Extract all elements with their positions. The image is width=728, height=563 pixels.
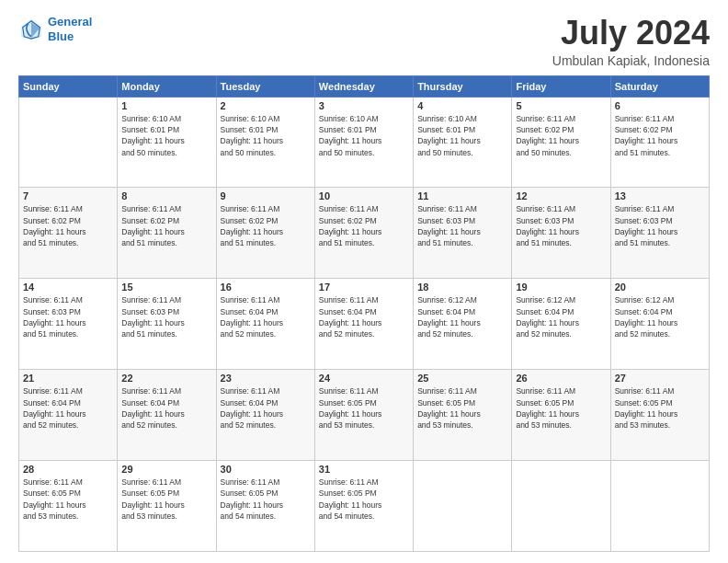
day-number: 25 [417, 373, 507, 384]
calendar-day-cell: 14Sunrise: 6:11 AM Sunset: 6:03 PM Dayli… [19, 279, 118, 370]
calendar-day-cell: 1Sunrise: 6:10 AM Sunset: 6:01 PM Daylig… [118, 97, 216, 188]
day-number: 13 [615, 190, 705, 201]
calendar-day-cell: 21Sunrise: 6:11 AM Sunset: 6:04 PM Dayli… [19, 370, 118, 461]
day-detail: Sunrise: 6:11 AM Sunset: 6:05 PM Dayligh… [417, 385, 507, 431]
day-number: 21 [23, 373, 113, 384]
day-number: 22 [121, 373, 211, 384]
day-detail: Sunrise: 6:11 AM Sunset: 6:02 PM Dayligh… [319, 203, 409, 248]
day-number: 6 [615, 100, 705, 111]
calendar-day-cell: 25Sunrise: 6:11 AM Sunset: 6:05 PM Dayli… [414, 370, 512, 461]
day-number: 16 [221, 282, 311, 293]
day-number: 10 [319, 190, 409, 201]
day-number: 15 [121, 282, 211, 293]
calendar-day-cell: 10Sunrise: 6:11 AM Sunset: 6:02 PM Dayli… [314, 188, 413, 279]
calendar-week-row: 7Sunrise: 6:11 AM Sunset: 6:02 PM Daylig… [19, 188, 710, 279]
calendar-day-cell [512, 461, 610, 552]
calendar-day-cell: 22Sunrise: 6:11 AM Sunset: 6:04 PM Dayli… [118, 370, 216, 461]
calendar-day-header: Sunday [19, 75, 118, 97]
day-number: 3 [319, 100, 409, 111]
day-detail: Sunrise: 6:11 AM Sunset: 6:05 PM Dayligh… [615, 385, 705, 431]
day-number: 2 [221, 100, 311, 111]
day-detail: Sunrise: 6:11 AM Sunset: 6:04 PM Dayligh… [221, 385, 311, 431]
day-detail: Sunrise: 6:11 AM Sunset: 6:03 PM Dayligh… [121, 294, 211, 339]
day-detail: Sunrise: 6:11 AM Sunset: 6:02 PM Dayligh… [121, 203, 211, 248]
day-detail: Sunrise: 6:11 AM Sunset: 6:05 PM Dayligh… [23, 477, 113, 522]
calendar-day-header: Monday [118, 75, 216, 97]
logo-text: General Blue [48, 15, 92, 43]
day-detail: Sunrise: 6:10 AM Sunset: 6:01 PM Dayligh… [417, 113, 507, 158]
calendar-day-cell: 30Sunrise: 6:11 AM Sunset: 6:05 PM Dayli… [216, 461, 314, 552]
header: General Blue July 2024 Umbulan Kapiak, I… [18, 15, 710, 68]
calendar-header-row: SundayMondayTuesdayWednesdayThursdayFrid… [19, 75, 710, 97]
day-number: 26 [516, 373, 606, 384]
calendar-week-row: 28Sunrise: 6:11 AM Sunset: 6:05 PM Dayli… [19, 461, 710, 552]
calendar-day-header: Tuesday [216, 75, 314, 97]
day-detail: Sunrise: 6:11 AM Sunset: 6:05 PM Dayligh… [319, 477, 409, 522]
day-number: 5 [516, 100, 606, 111]
day-number: 12 [516, 190, 606, 201]
calendar-day-cell: 23Sunrise: 6:11 AM Sunset: 6:04 PM Dayli… [216, 370, 314, 461]
day-detail: Sunrise: 6:11 AM Sunset: 6:02 PM Dayligh… [221, 203, 311, 248]
page: General Blue July 2024 Umbulan Kapiak, I… [0, 0, 728, 563]
day-detail: Sunrise: 6:10 AM Sunset: 6:01 PM Dayligh… [121, 113, 211, 158]
day-detail: Sunrise: 6:10 AM Sunset: 6:01 PM Dayligh… [319, 113, 409, 158]
calendar-day-cell: 29Sunrise: 6:11 AM Sunset: 6:05 PM Dayli… [118, 461, 216, 552]
day-number: 18 [417, 282, 507, 293]
calendar-day-header: Friday [512, 75, 610, 97]
day-detail: Sunrise: 6:11 AM Sunset: 6:05 PM Dayligh… [319, 385, 409, 431]
calendar-day-cell [19, 97, 118, 188]
calendar-day-cell: 6Sunrise: 6:11 AM Sunset: 6:02 PM Daylig… [610, 97, 709, 188]
day-number: 20 [615, 282, 705, 293]
calendar-day-cell: 3Sunrise: 6:10 AM Sunset: 6:01 PM Daylig… [314, 97, 413, 188]
calendar-day-header: Thursday [414, 75, 512, 97]
day-number: 4 [417, 100, 507, 111]
day-number: 17 [319, 282, 409, 293]
day-detail: Sunrise: 6:11 AM Sunset: 6:03 PM Dayligh… [615, 203, 705, 248]
calendar-day-cell: 18Sunrise: 6:12 AM Sunset: 6:04 PM Dayli… [414, 279, 512, 370]
day-number: 28 [23, 464, 113, 475]
calendar-day-cell: 31Sunrise: 6:11 AM Sunset: 6:05 PM Dayli… [314, 461, 413, 552]
day-number: 1 [121, 100, 211, 111]
calendar-day-cell: 24Sunrise: 6:11 AM Sunset: 6:05 PM Dayli… [314, 370, 413, 461]
calendar: SundayMondayTuesdayWednesdayThursdayFrid… [18, 75, 710, 552]
calendar-day-cell: 28Sunrise: 6:11 AM Sunset: 6:05 PM Dayli… [19, 461, 118, 552]
logo: General Blue [18, 15, 92, 43]
day-detail: Sunrise: 6:10 AM Sunset: 6:01 PM Dayligh… [221, 113, 311, 158]
calendar-day-cell: 13Sunrise: 6:11 AM Sunset: 6:03 PM Dayli… [610, 188, 709, 279]
calendar-day-header: Saturday [610, 75, 709, 97]
day-number: 27 [615, 373, 705, 384]
title-block: July 2024 Umbulan Kapiak, Indonesia [552, 15, 710, 68]
calendar-day-header: Wednesday [314, 75, 413, 97]
calendar-day-cell: 20Sunrise: 6:12 AM Sunset: 6:04 PM Dayli… [610, 279, 709, 370]
calendar-day-cell: 11Sunrise: 6:11 AM Sunset: 6:03 PM Dayli… [414, 188, 512, 279]
calendar-day-cell: 12Sunrise: 6:11 AM Sunset: 6:03 PM Dayli… [512, 188, 610, 279]
day-number: 24 [319, 373, 409, 384]
calendar-week-row: 14Sunrise: 6:11 AM Sunset: 6:03 PM Dayli… [19, 279, 710, 370]
calendar-day-cell: 9Sunrise: 6:11 AM Sunset: 6:02 PM Daylig… [216, 188, 314, 279]
day-number: 31 [319, 464, 409, 475]
calendar-day-cell [414, 461, 512, 552]
calendar-day-cell: 4Sunrise: 6:10 AM Sunset: 6:01 PM Daylig… [414, 97, 512, 188]
calendar-day-cell: 8Sunrise: 6:11 AM Sunset: 6:02 PM Daylig… [118, 188, 216, 279]
day-detail: Sunrise: 6:12 AM Sunset: 6:04 PM Dayligh… [516, 294, 606, 339]
logo-icon [18, 17, 44, 42]
day-number: 7 [23, 190, 113, 201]
calendar-day-cell: 2Sunrise: 6:10 AM Sunset: 6:01 PM Daylig… [216, 97, 314, 188]
calendar-day-cell: 16Sunrise: 6:11 AM Sunset: 6:04 PM Dayli… [216, 279, 314, 370]
day-detail: Sunrise: 6:12 AM Sunset: 6:04 PM Dayligh… [615, 294, 705, 339]
calendar-day-cell: 15Sunrise: 6:11 AM Sunset: 6:03 PM Dayli… [118, 279, 216, 370]
logo-line1: General [48, 15, 92, 29]
day-detail: Sunrise: 6:11 AM Sunset: 6:05 PM Dayligh… [516, 385, 606, 431]
calendar-day-cell [610, 461, 709, 552]
day-number: 9 [221, 190, 311, 201]
day-number: 11 [417, 190, 507, 201]
day-detail: Sunrise: 6:11 AM Sunset: 6:03 PM Dayligh… [417, 203, 507, 248]
day-number: 23 [221, 373, 311, 384]
day-detail: Sunrise: 6:11 AM Sunset: 6:02 PM Dayligh… [615, 113, 705, 158]
day-detail: Sunrise: 6:11 AM Sunset: 6:04 PM Dayligh… [121, 385, 211, 431]
calendar-week-row: 1Sunrise: 6:10 AM Sunset: 6:01 PM Daylig… [19, 97, 710, 188]
day-number: 14 [23, 282, 113, 293]
day-detail: Sunrise: 6:11 AM Sunset: 6:04 PM Dayligh… [23, 385, 113, 431]
day-detail: Sunrise: 6:11 AM Sunset: 6:04 PM Dayligh… [319, 294, 409, 339]
day-detail: Sunrise: 6:11 AM Sunset: 6:04 PM Dayligh… [221, 294, 311, 339]
